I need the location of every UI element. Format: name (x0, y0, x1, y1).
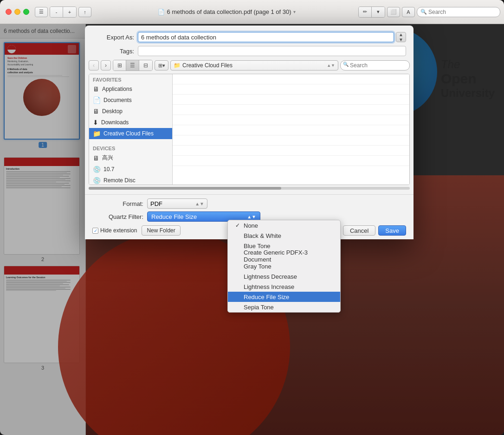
dropdown-label-none: None (244, 222, 258, 229)
toolbar-left: ☰ - + ↑ (35, 6, 91, 18)
dropdown-label-gray: Gray Tone (244, 263, 271, 270)
left-actions: ✓ Hide extension New Folder (92, 225, 181, 236)
remote-disc-icon: 💿 (93, 177, 101, 184)
documents-icon: 📄 (93, 96, 101, 104)
traffic-lights (6, 9, 29, 15)
dialog-header: Export As: ▲▼ Tags: (85, 26, 414, 56)
title-chevron-icon: ▾ (293, 9, 296, 14)
tags-input[interactable] (138, 46, 406, 56)
device-1-icon: 🖥 (93, 154, 99, 162)
format-chevron-icon: ▲▼ (195, 201, 204, 206)
dialog-buttons: Cancel Save (343, 225, 406, 236)
empty-row-9 (173, 156, 409, 166)
dropdown-label-bw: Black & White (244, 232, 281, 239)
search-input[interactable] (417, 7, 500, 17)
sidebar-item-desktop[interactable]: 🖥 Desktop (89, 106, 172, 117)
icon-view-button[interactable]: ⊞ (113, 60, 126, 70)
dropdown-item-pdfx3[interactable]: ✓ Create Generic PDFX-3 Document (228, 251, 340, 261)
export-as-row: Export As: ▲▼ (92, 32, 406, 42)
browser-search-input[interactable] (340, 60, 410, 70)
format-select[interactable]: PDF ▲▼ (147, 198, 207, 209)
horizontal-scrollbar[interactable] (89, 187, 410, 190)
maximize-button[interactable] (23, 9, 29, 15)
browser-search-wrapper (340, 60, 410, 70)
empty-row-7 (173, 135, 409, 146)
desktop-icon: 🖥 (93, 108, 99, 115)
share-button[interactable]: ↑ (78, 7, 91, 17)
more-view-button[interactable]: ⊞▾ (155, 60, 168, 70)
stamp-button[interactable]: ⬜ (387, 7, 400, 17)
sidebar-item-creative-cloud[interactable]: 📁 Creative Cloud Files (89, 128, 172, 139)
device-1-label: 高兴 (102, 154, 113, 162)
sign-button[interactable]: A (402, 7, 415, 17)
dropdown-item-reduce-size[interactable]: ✓ Reduce File Size (228, 292, 340, 302)
back-button[interactable]: ‹ (89, 60, 99, 70)
cancel-button[interactable]: Cancel (343, 225, 375, 236)
dropdown-item-sepia[interactable]: ✓ Sepia Tone (228, 302, 340, 312)
format-value: PDF (150, 200, 162, 207)
empty-row-1 (173, 74, 409, 84)
dropdown-item-lightness-dec[interactable]: ✓ Lightness Decrease (228, 271, 340, 281)
window-title: 📄 6 methods of data collection.pdf (page… (158, 8, 295, 15)
new-folder-button[interactable]: New Folder (142, 225, 180, 236)
forward-button[interactable]: › (101, 60, 111, 70)
creative-cloud-label: Creative Cloud Files (103, 130, 154, 137)
list-view-button[interactable]: ☰ (126, 60, 139, 70)
file-browser: ‹ › ⊞ ☰ ⊟ ⊞▾ 📁 Creative Cloud Files ▲▼ (89, 60, 410, 191)
desktop-label: Desktop (102, 108, 123, 115)
save-dialog: Export As: ▲▼ Tags: ‹ › ⊞ ☰ ⊟ ⊞▾ (85, 26, 414, 239)
hide-extension-row: ✓ Hide extension (92, 227, 137, 234)
dropdown-label-pdfx3: Create Generic PDFX-3 Document (244, 249, 333, 263)
close-button[interactable] (6, 9, 12, 15)
titlebar-center: 📄 6 methods of data collection.pdf (page… (95, 8, 358, 15)
quartz-dropdown-menu: ✓ None ✓ Black & White ✓ Blue Tone ✓ Cre… (227, 220, 341, 313)
dropdown-item-lightness-inc[interactable]: ✓ Lightness Increase (228, 281, 340, 292)
sidebar-item-applications[interactable]: 🖥 Applications (89, 83, 172, 95)
save-button[interactable]: Save (378, 225, 406, 236)
browser-files (173, 74, 409, 185)
empty-row-6 (173, 125, 409, 135)
toolbar-right: ✏ ▾ ⬜ A 🔍 (358, 6, 500, 18)
tags-row: Tags: (92, 46, 406, 56)
titlebar: ☰ - + ↑ 📄 6 methods of data collection.p… (0, 0, 504, 24)
expand-button[interactable]: ▲▼ (396, 32, 406, 42)
applications-label: Applications (102, 86, 132, 92)
dropdown-item-bw[interactable]: ✓ Black & White (228, 230, 340, 241)
check-icon-none: ✓ (235, 222, 240, 229)
empty-row-4 (173, 105, 409, 115)
sidebar-item-device-2[interactable]: 💿 10.7 (89, 164, 172, 175)
column-view-button[interactable]: ⊟ (139, 60, 152, 70)
sidebar-item-remote-disc[interactable]: 💿 Remote Disc (89, 175, 172, 185)
quartz-label: Quartz Filter: (92, 213, 143, 220)
zoom-in-button[interactable]: + (63, 7, 76, 17)
downloads-label: Downloads (101, 119, 129, 126)
browser-toolbar: ‹ › ⊞ ☰ ⊟ ⊞▾ 📁 Creative Cloud Files ▲▼ (89, 60, 410, 71)
export-as-input[interactable] (138, 32, 394, 42)
pdf-icon: 📄 (158, 9, 165, 15)
location-icon: 📁 (174, 62, 181, 69)
dropdown-label-linc: Lightness Increase (244, 283, 294, 290)
empty-row-8 (173, 146, 409, 156)
applications-icon: 🖥 (93, 85, 99, 93)
sidebar-item-device-1[interactable]: 🖥 高兴 (89, 152, 172, 164)
tags-label: Tags: (92, 48, 134, 55)
location-dropdown[interactable]: 📁 Creative Cloud Files ▲▼ (170, 60, 338, 70)
zoom-out-button[interactable]: - (50, 7, 63, 17)
device-2-icon: 💿 (93, 166, 101, 173)
pen-button[interactable]: ✏ (359, 7, 372, 17)
sidebar-toggle-button[interactable]: ☰ (35, 7, 48, 17)
empty-row-2 (173, 84, 409, 95)
scrollbar-thumb (89, 187, 281, 190)
sidebar-item-documents[interactable]: 📄 Documents (89, 95, 172, 106)
dropdown-item-none[interactable]: ✓ None (228, 220, 340, 230)
minimize-button[interactable] (14, 9, 20, 15)
pen-chevron-button[interactable]: ▾ (372, 7, 385, 17)
dropdown-label-ldec: Lightness Decrease (244, 273, 297, 280)
location-chevron-icon: ▲▼ (327, 63, 335, 68)
sidebar-item-downloads[interactable]: ⬇ Downloads (89, 117, 172, 128)
format-row: Format: PDF ▲▼ (92, 198, 406, 209)
empty-row-3 (173, 95, 409, 105)
browser-sidebar: Favorites 🖥 Applications 📄 Documents 🖥 D… (89, 74, 173, 185)
dropdown-label-blue: Blue Tone (244, 243, 271, 249)
hide-extension-checkbox[interactable]: ✓ (92, 228, 98, 234)
